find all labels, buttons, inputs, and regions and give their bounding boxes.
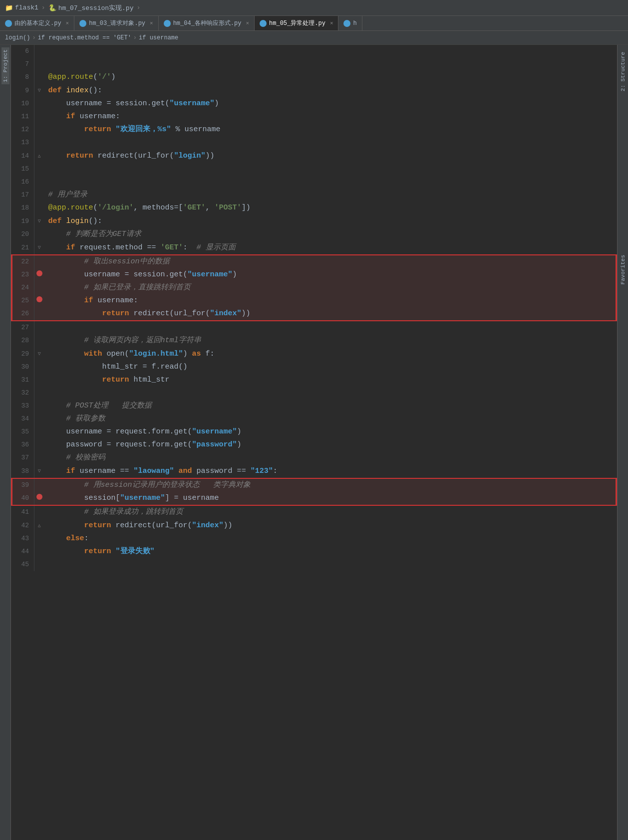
right-panel-structure[interactable]: 2: Structure — [619, 50, 627, 93]
fold-icon[interactable]: ▽ — [38, 218, 41, 224]
tab-close-3[interactable]: × — [330, 20, 333, 26]
line-number: 41 — [12, 505, 34, 519]
function-name: login — [66, 217, 89, 225]
string: '/login' — [98, 204, 134, 212]
line-number: 8 — [12, 71, 34, 84]
gutter — [34, 558, 44, 571]
right-panel-favorites[interactable]: Favorites — [619, 253, 627, 286]
keyword: return — [102, 309, 129, 318]
fold-icon[interactable]: ▽ — [38, 468, 41, 474]
string: "username" — [170, 99, 215, 108]
gutter — [34, 307, 44, 321]
breakpoint-indicator[interactable] — [36, 270, 42, 276]
table-row: 6 — [12, 45, 617, 58]
file-name: hm_07_session实现.py — [58, 3, 134, 12]
table-row: 19 ▽ def login(): — [12, 214, 617, 228]
code-line: return html_str — [44, 374, 617, 387]
code-line — [44, 558, 617, 571]
tabs-bar: 由的基本定义.py × hm_03_请求对象.py × hm_04_各种响应形式… — [0, 16, 628, 31]
code-line: def login(): — [44, 214, 617, 228]
tab-2[interactable]: hm_04_各种响应形式.py × — [159, 16, 255, 30]
comment: # 获取参数 — [66, 415, 105, 423]
line-number: 12 — [12, 123, 34, 136]
string: "index" — [192, 521, 224, 530]
nav-sep-2: › — [133, 34, 137, 41]
code-line: if request.method == 'GET': # 显示页面 — [44, 241, 617, 255]
tab-close-0[interactable]: × — [66, 20, 69, 26]
line-number: 14 — [12, 149, 34, 163]
tab-close-1[interactable]: × — [150, 20, 153, 26]
comment: # 用session记录用户的登录状态 类字典对象 — [84, 481, 251, 489]
string: "login" — [174, 152, 206, 160]
tab-0[interactable]: 由的基本定义.py × — [0, 16, 74, 30]
keyword: with — [84, 350, 102, 358]
code-line: if username == "laowang" and password ==… — [44, 464, 617, 478]
nav-username: if username — [139, 34, 178, 41]
code-line: else: — [44, 532, 617, 545]
keyword: return — [84, 521, 111, 530]
line-number: 24 — [12, 281, 34, 294]
string: "username" — [192, 427, 237, 436]
comment: # 校验密码 — [66, 453, 105, 462]
table-row: 40 session["username"] = username — [12, 492, 617, 505]
fold-icon[interactable]: ▽ — [38, 351, 41, 357]
code-line: # 获取参数 — [44, 413, 617, 425]
keyword: if — [84, 296, 93, 305]
table-row: 25 if username: — [12, 294, 617, 307]
table-row: 21 ▽ if request.method == 'GET': # 显示页面 — [12, 241, 617, 255]
string: "login.html" — [129, 350, 183, 358]
table-row: 45 — [12, 558, 617, 571]
code-line: # 如果已登录，直接跳转到首页 — [44, 281, 617, 294]
code-line: password = request.form.get("password") — [44, 438, 617, 451]
tab-1[interactable]: hm_03_请求对象.py × — [74, 16, 158, 30]
tab-4[interactable]: h — [338, 16, 362, 30]
line-number: 13 — [12, 136, 34, 149]
line-number: 28 — [12, 334, 34, 347]
gutter: ▽ — [34, 464, 44, 478]
file-icon: 🐍 — [48, 4, 56, 12]
comment: # 如果已登录，直接跳转到首页 — [84, 283, 191, 292]
gutter — [34, 532, 44, 545]
keyword: and — [179, 467, 192, 475]
code-line: def index(): — [44, 84, 617, 97]
code-line: return redirect(url_for("index")) — [44, 307, 617, 321]
table-row: 35 username = request.form.get("username… — [12, 425, 617, 438]
code-editor[interactable]: 6 7 8 @app.route('/') — [11, 45, 617, 840]
gutter — [34, 374, 44, 387]
gutter — [34, 255, 44, 268]
code-line: html_str = f.read() — [44, 361, 617, 374]
nav-sep-1: › — [32, 34, 35, 41]
nav-method: if request.method == 'GET' — [38, 34, 131, 41]
table-row: 31 return html_str — [12, 374, 617, 387]
tab-icon-2 — [164, 20, 171, 27]
breadcrumb: 📁 flask1 › 🐍 hm_07_session实现.py › — [5, 3, 141, 12]
table-row: 41 # 如果登录成功，跳转到首页 — [12, 505, 617, 519]
line-number: 35 — [12, 425, 34, 438]
line-number: 38 — [12, 464, 34, 478]
fold-icon[interactable]: △ — [38, 154, 40, 159]
code-line: return redirect(url_for("index")) — [44, 519, 617, 532]
tab-close-2[interactable]: × — [246, 20, 249, 26]
table-row: 8 @app.route('/') — [12, 71, 617, 84]
gutter: ▽ — [34, 84, 44, 97]
string: "欢迎回来，%s" — [116, 125, 171, 134]
gutter — [34, 451, 44, 464]
gutter — [34, 58, 44, 71]
gutter — [34, 123, 44, 136]
breakpoint-indicator[interactable] — [36, 296, 42, 302]
code-line: # 取出session中的数据 — [44, 255, 617, 268]
sidebar-item-project[interactable]: 1: Project — [1, 47, 9, 84]
line-number: 25 — [12, 294, 34, 307]
keyword: return — [84, 125, 111, 134]
gutter — [34, 268, 44, 281]
gutter — [34, 492, 44, 505]
fold-icon[interactable]: ▽ — [38, 88, 41, 93]
comment: # POST处理 提交数据 — [66, 402, 152, 410]
breakpoint-indicator[interactable] — [36, 494, 42, 500]
fold-icon[interactable]: ▽ — [38, 245, 41, 250]
fold-icon[interactable]: △ — [38, 523, 40, 528]
code-line: # POST处理 提交数据 — [44, 400, 617, 413]
string: 'GET' — [161, 243, 183, 252]
tab-3[interactable]: hm_05_异常处理.py × — [255, 16, 338, 30]
table-row: 15 — [12, 163, 617, 176]
